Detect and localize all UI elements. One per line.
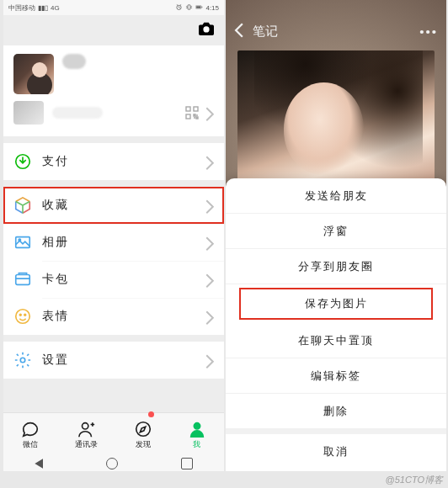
svg-rect-3: [202, 6, 203, 8]
menu-settings[interactable]: 设置: [3, 342, 224, 379]
menu-settings-label: 设置: [42, 353, 69, 368]
menu-pay-label: 支付: [42, 154, 69, 169]
action-edit-tags[interactable]: 编辑标签: [226, 358, 446, 394]
nav-back-icon[interactable]: [35, 459, 43, 469]
avatar[interactable]: [13, 54, 54, 94]
settings-icon: [13, 351, 32, 369]
action-share-moments[interactable]: 分享到朋友圈: [226, 249, 446, 284]
chevron-right-icon: [205, 354, 214, 366]
carrier-label: 中国移动: [8, 3, 35, 13]
svg-point-16: [20, 358, 25, 363]
stickers-icon: [13, 307, 32, 326]
svg-rect-4: [197, 6, 201, 8]
svg-point-14: [19, 314, 21, 316]
nav-home-icon[interactable]: [106, 458, 118, 469]
action-float-window[interactable]: 浮窗: [226, 214, 446, 249]
alarm-icon: [175, 3, 183, 13]
action-cancel[interactable]: 取消: [226, 434, 446, 469]
chevron-right-icon: [205, 199, 214, 211]
chevron-right-icon: [205, 236, 214, 248]
svg-point-13: [16, 310, 30, 324]
action-send-friend[interactable]: 发送给朋友: [226, 178, 446, 214]
back-icon[interactable]: [234, 23, 244, 40]
profile-thumb: [13, 101, 44, 125]
album-icon: [13, 233, 32, 252]
tab-me-label: 我: [193, 439, 200, 450]
action-delete[interactable]: 删除: [226, 394, 446, 429]
chevron-right-icon: [205, 107, 214, 119]
chevron-right-icon: [205, 156, 214, 167]
svg-rect-8: [186, 114, 190, 119]
profile-card[interactable]: [3, 45, 224, 136]
menu-stickers[interactable]: 表情: [3, 298, 224, 335]
signal-icon: ▮▮▯: [38, 4, 48, 12]
time-label: 4:15: [205, 4, 219, 12]
phone-right: 中国移动 ▮▮▯ 4G 4:15 笔记 ••• 发送给朋友 浮窗 分享到朋友圈 …: [226, 0, 446, 471]
chevron-right-icon: [205, 310, 214, 322]
svg-point-5: [203, 26, 209, 32]
menu-cards-label: 卡包: [42, 272, 69, 287]
svg-point-17: [82, 422, 88, 428]
tab-chat-label: 微信: [23, 439, 38, 450]
android-nav-bar: [3, 456, 224, 471]
svg-rect-6: [186, 107, 190, 111]
menu-album[interactable]: 相册: [3, 224, 224, 261]
note-header: 笔记 •••: [226, 15, 446, 47]
watermark: @51CTO博客: [386, 474, 443, 486]
svg-point-18: [136, 422, 150, 436]
svg-point-19: [194, 422, 200, 428]
svg-rect-1: [188, 4, 190, 8]
svg-point-11: [19, 239, 20, 241]
vibrate-icon: [185, 3, 193, 13]
action-save-image[interactable]: 保存为图片: [237, 286, 435, 321]
status-bar: 中国移动 ▮▮▯ 4G 4:15: [3, 0, 224, 15]
svg-rect-12: [16, 275, 30, 285]
note-title: 笔记: [253, 24, 278, 40]
cards-icon: [13, 270, 32, 289]
tab-chat[interactable]: 微信: [21, 420, 40, 450]
menu-favorites[interactable]: 收藏: [3, 187, 224, 224]
camera-icon[interactable]: [197, 21, 216, 40]
action-pin-chat[interactable]: 在聊天中置顶: [226, 323, 446, 358]
network-label: 4G: [51, 4, 60, 12]
badge-dot: [148, 411, 154, 417]
menu-favorites-label: 收藏: [42, 198, 69, 213]
nav-recent-icon[interactable]: [181, 458, 193, 469]
svg-point-15: [24, 314, 26, 316]
pay-icon: [13, 152, 32, 171]
bottom-tabbar: 微信 通讯录 发现 我: [3, 412, 224, 456]
action-sheet: 发送给朋友 浮窗 分享到朋友圈 保存为图片 在聊天中置顶 编辑标签 删除 取消: [226, 178, 446, 471]
menu-stickers-label: 表情: [42, 309, 69, 324]
wechat-id-blurred: [52, 107, 103, 119]
tab-discover-label: 发现: [136, 439, 151, 450]
svg-rect-7: [194, 107, 198, 111]
phone-left: 中国移动 ▮▮▯ 4G 4:15: [3, 0, 224, 471]
menu-album-label: 相册: [42, 235, 69, 250]
chevron-right-icon: [205, 273, 214, 285]
camera-row: [3, 15, 224, 45]
note-image[interactable]: [237, 50, 435, 185]
more-icon[interactable]: •••: [419, 24, 438, 39]
battery-icon: [195, 3, 203, 13]
tab-discover[interactable]: 发现: [134, 420, 152, 450]
menu-cards[interactable]: 卡包: [3, 261, 224, 298]
tab-contacts-label: 通讯录: [75, 439, 98, 450]
tab-contacts[interactable]: 通讯录: [75, 420, 98, 450]
favorites-icon: [13, 196, 32, 215]
tab-me[interactable]: 我: [188, 420, 206, 450]
nickname-blurred: [62, 54, 86, 69]
menu-pay[interactable]: 支付: [3, 143, 224, 180]
qr-code-icon[interactable]: [185, 106, 199, 119]
